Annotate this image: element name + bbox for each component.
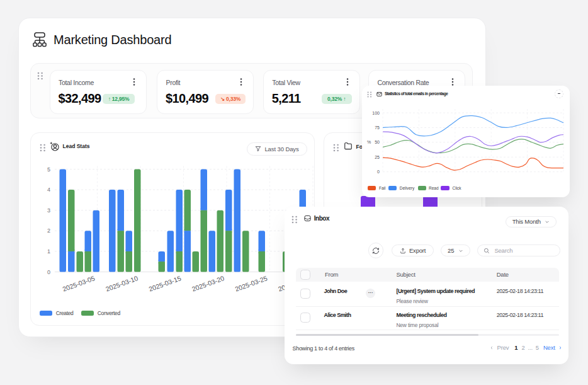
svg-text:2025-03-05: 2025-03-05 bbox=[62, 274, 96, 293]
svg-text:50: 50 bbox=[375, 140, 380, 144]
svg-text:2: 2 bbox=[47, 227, 50, 234]
svg-text:2025-03-10: 2025-03-10 bbox=[105, 274, 139, 293]
svg-text:4: 4 bbox=[47, 187, 50, 193]
svg-text:100: 100 bbox=[372, 111, 380, 115]
svg-text:2025-03-15: 2025-03-15 bbox=[148, 274, 183, 293]
svg-text:%: % bbox=[367, 140, 371, 144]
svg-text:1: 1 bbox=[47, 248, 50, 255]
svg-text:2025-03-25: 2025-03-25 bbox=[234, 274, 269, 293]
svg-text:0: 0 bbox=[377, 170, 380, 174]
svg-text:3: 3 bbox=[47, 207, 50, 214]
svg-text:5: 5 bbox=[47, 166, 50, 173]
svg-text:2025-03-20: 2025-03-20 bbox=[191, 274, 225, 293]
svg-text:0: 0 bbox=[47, 269, 50, 275]
svg-text:25: 25 bbox=[375, 155, 380, 159]
svg-text:75: 75 bbox=[375, 125, 380, 130]
